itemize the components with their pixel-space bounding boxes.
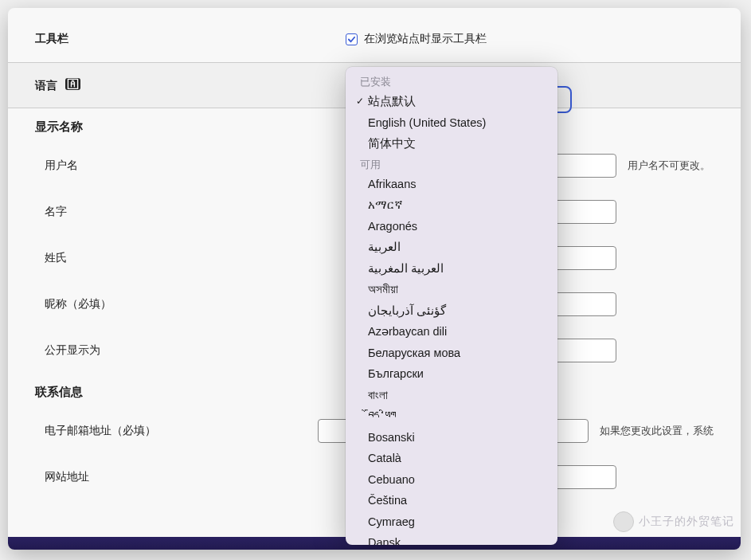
dropdown-item-label: 站点默认 — [368, 92, 416, 111]
check-icon — [347, 35, 356, 44]
dropdown-item-label: བོད་ཡིག — [368, 407, 396, 425]
settings-window: 工具栏 在浏览站点时显示工具栏 语言 🄰 显示名称 用户名 用户名不可更改。 — [8, 8, 741, 550]
toolbar-row: 工具栏 在浏览站点时显示工具栏 — [8, 16, 741, 62]
dropdown-item-available[interactable]: অসমীয়া — [346, 279, 557, 300]
email-hint: 如果您更改此设置，系统 — [600, 424, 714, 438]
dropdown-item-label: Afrikaans — [368, 175, 416, 194]
toolbar-control: 在浏览站点时显示工具栏 — [346, 32, 714, 46]
username-hint: 用户名不可更改。 — [628, 159, 710, 173]
dropdown-item-available[interactable]: العربية — [346, 237, 557, 258]
dropdown-group-available: 可用 — [346, 155, 557, 174]
dropdown-item-available[interactable]: گؤنئی آذربایجان — [346, 300, 557, 322]
email-label: 电子邮箱地址（必填） — [35, 424, 318, 438]
website-label: 网站地址 — [35, 470, 346, 484]
dropdown-item-available[interactable]: Afrikaans — [346, 174, 557, 195]
dropdown-item-available[interactable]: Azərbaycan dili — [346, 321, 557, 343]
nickname-label: 昵称（必填） — [35, 297, 346, 311]
last-name-label: 姓氏 — [35, 251, 346, 265]
dropdown-item-label: Azərbaycan dili — [368, 323, 447, 341]
dropdown-item-available[interactable]: አማርኛ — [346, 194, 557, 216]
watermark-avatar — [613, 511, 634, 532]
language-dropdown: 已安装 ✓站点默认English (United States)简体中文 可用 … — [346, 67, 557, 545]
dropdown-item-installed[interactable]: ✓站点默认 — [346, 91, 557, 112]
translate-icon: 🄰 — [65, 78, 80, 90]
dropdown-item-label: Cebuano — [368, 471, 415, 489]
dropdown-item-label: العربية — [368, 238, 401, 257]
language-label-text: 语言 — [35, 79, 57, 92]
dropdown-item-label: English (United States) — [368, 114, 486, 132]
dropdown-item-label: Aragonés — [368, 217, 417, 236]
dropdown-item-available[interactable]: Cebuano — [346, 469, 557, 491]
watermark-text: 小王子的外贸笔记 — [639, 515, 734, 529]
dropdown-item-label: Català — [368, 449, 401, 468]
dropdown-item-available[interactable]: Čeština — [346, 490, 557, 511]
dropdown-item-available[interactable]: বাংলা — [346, 385, 557, 406]
dropdown-item-available[interactable]: Bosanski — [346, 427, 557, 448]
dropdown-item-label: বাংলা — [368, 386, 388, 405]
first-name-label: 名字 — [35, 205, 346, 219]
dropdown-item-available[interactable]: Aragonés — [346, 216, 557, 237]
username-label: 用户名 — [35, 159, 346, 173]
watermark: 小王子的外贸笔记 — [613, 511, 734, 532]
dropdown-item-label: অসমীয়া — [368, 280, 398, 299]
dropdown-item-installed[interactable]: 简体中文 — [346, 133, 557, 155]
dropdown-item-available[interactable]: བོད་ཡིག — [346, 405, 557, 427]
dropdown-item-label: Čeština — [368, 491, 407, 510]
dropdown-item-label: አማርኛ — [368, 196, 403, 214]
language-label: 语言 🄰 — [35, 78, 346, 93]
display-as-label: 公开显示为 — [35, 343, 346, 358]
dropdown-item-label: 简体中文 — [368, 135, 416, 153]
dropdown-group-installed: 已安装 — [346, 72, 557, 91]
dropdown-item-installed[interactable]: English (United States) — [346, 112, 557, 134]
dropdown-item-label: Беларуская мова — [368, 344, 460, 362]
dropdown-item-available[interactable]: العربية المغربية — [346, 258, 557, 280]
dropdown-item-label: گؤنئی آذربایجان — [368, 302, 446, 320]
dropdown-item-label: Dansk — [368, 534, 401, 545]
check-icon: ✓ — [352, 92, 368, 111]
dropdown-item-available[interactable]: Беларуская мова — [346, 343, 557, 364]
dropdown-item-label: Cymraeg — [368, 513, 415, 531]
toolbar-checkbox-label: 在浏览站点时显示工具栏 — [364, 32, 487, 46]
dropdown-item-available[interactable]: Català — [346, 448, 557, 469]
dropdown-item-label: العربية المغربية — [368, 260, 444, 278]
dropdown-item-label: Bosanski — [368, 429, 415, 447]
dropdown-item-available[interactable]: Dansk — [346, 532, 557, 545]
toolbar-label: 工具栏 — [35, 32, 346, 46]
toolbar-checkbox[interactable] — [346, 33, 358, 45]
dropdown-item-available[interactable]: Cymraeg — [346, 511, 557, 533]
dropdown-item-available[interactable]: Български — [346, 363, 557, 385]
dropdown-item-label: Български — [368, 365, 424, 383]
